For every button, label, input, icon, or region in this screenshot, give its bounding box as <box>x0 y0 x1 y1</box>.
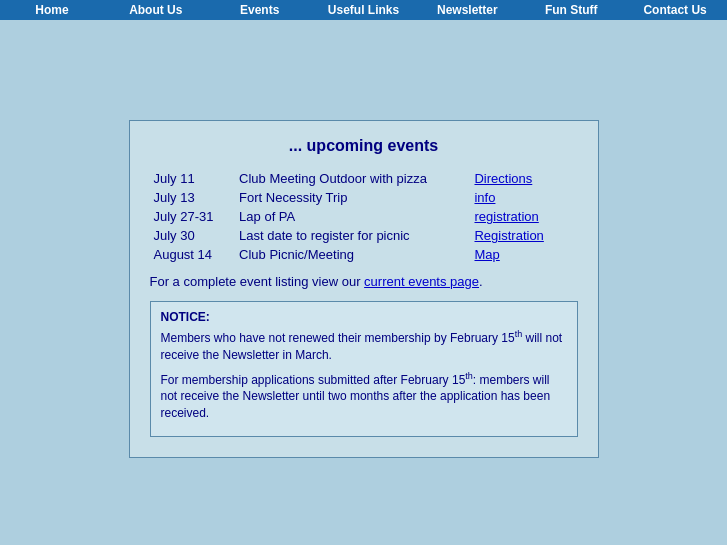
nav-useful-links[interactable]: Useful Links <box>312 1 416 19</box>
notice-line2-before: For membership applications submitted af… <box>161 373 466 387</box>
event-link-anchor-3[interactable]: registration <box>474 209 538 224</box>
event-desc-4: Last date to register for picnic <box>235 226 470 245</box>
listing-after-text: . <box>479 274 483 289</box>
navigation-bar: Home About Us Events Useful Links Newsle… <box>0 0 727 20</box>
table-row: August 14 Club Picnic/Meeting Map <box>150 245 578 264</box>
event-link-anchor-1[interactable]: Directions <box>474 171 532 186</box>
event-desc-1: Club Meeting Outdoor with pizza <box>235 169 470 188</box>
event-link-1: Directions <box>470 169 577 188</box>
notice-line-2: For membership applications submitted af… <box>161 370 567 422</box>
event-date-5: August 14 <box>150 245 236 264</box>
table-row: July 27-31 Lap of PA registration <box>150 207 578 226</box>
event-link-3: registration <box>470 207 577 226</box>
event-link-5: Map <box>470 245 577 264</box>
main-wrapper: ... upcoming events July 11 Club Meeting… <box>0 20 727 478</box>
events-heading: ... upcoming events <box>150 137 578 155</box>
notice-line2-sup: th <box>465 371 473 381</box>
event-date-4: July 30 <box>150 226 236 245</box>
event-desc-2: Fort Necessity Trip <box>235 188 470 207</box>
event-link-anchor-4[interactable]: Registration <box>474 228 543 243</box>
event-link-anchor-5[interactable]: Map <box>474 247 499 262</box>
event-date-3: July 27-31 <box>150 207 236 226</box>
listing-before-text: For a complete event listing view our <box>150 274 365 289</box>
event-desc-3: Lap of PA <box>235 207 470 226</box>
complete-listing-text: For a complete event listing view our cu… <box>150 274 578 289</box>
nav-about-us[interactable]: About Us <box>104 1 208 19</box>
event-date-2: July 13 <box>150 188 236 207</box>
nav-home[interactable]: Home <box>0 1 104 19</box>
event-link-4: Registration <box>470 226 577 245</box>
notice-box: NOTICE: Members who have not renewed the… <box>150 301 578 437</box>
table-row: July 11 Club Meeting Outdoor with pizza … <box>150 169 578 188</box>
nav-newsletter[interactable]: Newsletter <box>415 1 519 19</box>
nav-fun-stuff[interactable]: Fun Stuff <box>519 1 623 19</box>
event-link-anchor-2[interactable]: info <box>474 190 495 205</box>
event-desc-5: Club Picnic/Meeting <box>235 245 470 264</box>
event-link-2: info <box>470 188 577 207</box>
notice-line1-before: Members who have not renewed their membe… <box>161 331 515 345</box>
table-row: July 13 Fort Necessity Trip info <box>150 188 578 207</box>
notice-line-1: Members who have not renewed their membe… <box>161 328 567 364</box>
current-events-link[interactable]: current events page <box>364 274 479 289</box>
event-date-1: July 11 <box>150 169 236 188</box>
events-table: July 11 Club Meeting Outdoor with pizza … <box>150 169 578 264</box>
notice-label: NOTICE: <box>161 310 567 324</box>
nav-contact-us[interactable]: Contact Us <box>623 1 727 19</box>
content-box: ... upcoming events July 11 Club Meeting… <box>129 120 599 458</box>
table-row: July 30 Last date to register for picnic… <box>150 226 578 245</box>
nav-events[interactable]: Events <box>208 1 312 19</box>
